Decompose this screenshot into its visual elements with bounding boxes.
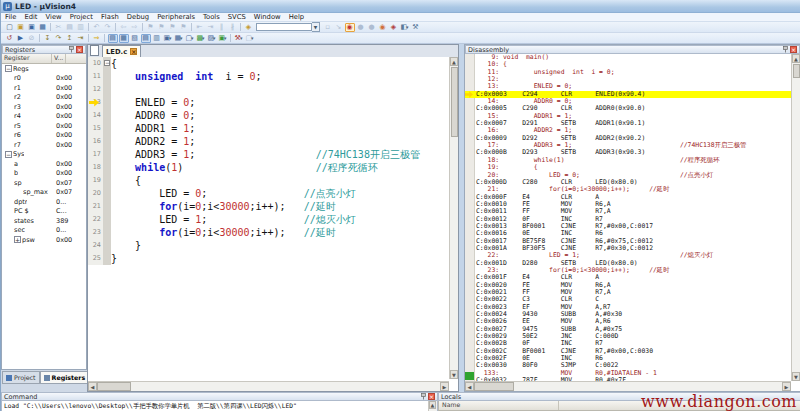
registers-window-button[interactable]: ▤: [141, 34, 151, 43]
tree-expander-icon[interactable]: +: [14, 236, 21, 243]
register-row-pc-[interactable]: PC $C...: [2, 207, 86, 217]
register-row-r3[interactable]: r30x00: [2, 102, 86, 112]
watch-window-button[interactable]: ▣▾: [163, 34, 173, 43]
register-row-states[interactable]: states389: [2, 216, 86, 226]
editor-margin[interactable]: [103, 239, 111, 252]
code-text[interactable]: ENLED = 0;: [111, 96, 195, 109]
pin-icon[interactable]: [421, 393, 426, 400]
find-dropdown-icon[interactable]: ▼: [312, 22, 320, 32]
editor-margin[interactable]: [103, 174, 111, 187]
show-next-statement-button[interactable]: ⇒: [92, 34, 102, 43]
menu-window[interactable]: Window: [250, 13, 285, 21]
code-text[interactable]: unsigned int i = 0;: [111, 70, 262, 83]
save-button[interactable]: ▣: [27, 23, 37, 32]
scroll-up-arrow[interactable]: ▲: [450, 57, 458, 66]
register-row-regs[interactable]: −Regs: [2, 64, 86, 74]
code-text[interactable]: LED = 0; //点亮小灯: [111, 187, 356, 200]
find-in-files-button[interactable]: ▫: [323, 23, 333, 32]
system-viewer-button[interactable]: ▣▾: [218, 34, 228, 43]
menu-help[interactable]: Help: [285, 13, 309, 21]
register-row-sp[interactable]: sp0x07: [2, 178, 86, 188]
tab-close-icon[interactable]: ×: [130, 48, 137, 55]
tree-expander-icon[interactable]: −: [5, 151, 12, 158]
tab-project[interactable]: Project: [2, 371, 40, 384]
menu-debug[interactable]: Debug: [123, 13, 153, 21]
scroll-up-arrow[interactable]: ▲: [429, 401, 436, 409]
code-text[interactable]: ADDR2 = 1;: [111, 135, 195, 148]
toolbox-button[interactable]: ⚒▾: [234, 34, 244, 43]
command-output[interactable]: Load "C:\\Users\\lenovo\\Desktop\\手把手教你学…: [1, 401, 438, 411]
run-button[interactable]: ▶: [16, 34, 26, 43]
tab-registers[interactable]: Registers: [40, 371, 90, 384]
editor-margin[interactable]: [103, 122, 111, 135]
code-text[interactable]: ADDR3 = 1; //74HC138开启三极管: [111, 148, 420, 161]
scrollbar-thumb[interactable]: [451, 67, 458, 137]
register-row-r5[interactable]: r50x00: [2, 121, 86, 131]
menu-file[interactable]: File: [1, 13, 20, 21]
scrollbar-thumb[interactable]: [474, 382, 514, 391]
close-icon[interactable]: ×: [790, 46, 797, 53]
nav-forward-button[interactable]: ⇨: [130, 23, 140, 32]
code-text[interactable]: ADDR1 = 1;: [111, 122, 195, 135]
scrollbar-thumb[interactable]: [793, 64, 800, 78]
menu-edit[interactable]: Edit: [20, 13, 41, 21]
bookmark-clear-button[interactable]: ⚑: [179, 23, 189, 32]
disassembly-view[interactable]: 9: void main() 10: { 11: unsigned int i …: [465, 54, 791, 381]
reset-button[interactable]: ↺: [5, 34, 15, 43]
register-row-sys[interactable]: −Sys: [2, 150, 86, 160]
scroll-left-arrow[interactable]: ◀: [465, 382, 474, 391]
register-row-dptr[interactable]: dptr0...: [2, 197, 86, 207]
dropdown-caret-icon[interactable]: ▾: [213, 35, 216, 41]
code-editor[interactable]: 10−{11 unsigned int i = 0;1213 ENLED = 0…: [88, 57, 449, 379]
kill-breakpoints-button[interactable]: ●: [367, 23, 377, 32]
dropdown-caret-icon[interactable]: ▾: [251, 35, 254, 41]
register-row-r0[interactable]: r00x00: [2, 74, 86, 84]
menu-flash[interactable]: Flash: [97, 13, 123, 21]
dropdown-caret-icon[interactable]: ▾: [191, 35, 194, 41]
find-input[interactable]: [256, 23, 312, 31]
incremental-find-button[interactable]: ↘: [334, 23, 344, 32]
save-all-button[interactable]: ▦: [38, 23, 48, 32]
menu-view[interactable]: View: [42, 13, 66, 21]
code-text[interactable]: while(1) //程序死循环: [111, 161, 378, 174]
load-application-button[interactable]: ◈: [244, 23, 254, 32]
dropdown-caret-icon[interactable]: ▾: [224, 35, 227, 41]
register-row-b[interactable]: b0x00: [2, 169, 86, 179]
register-row-r2[interactable]: r20x00: [2, 93, 86, 103]
editor-horizontal-scrollbar[interactable]: ◀ ▶: [88, 381, 449, 391]
dropdown-caret-icon[interactable]: ▾: [406, 24, 409, 30]
redo-button[interactable]: ↷: [103, 23, 113, 32]
disassembly-window-button[interactable]: ▦: [119, 34, 129, 43]
code-text[interactable]: {: [111, 174, 141, 187]
fold-collapse-icon[interactable]: −: [104, 60, 110, 66]
file-tab-ledc[interactable]: LED.c ×: [102, 45, 141, 57]
editor-margin[interactable]: [103, 83, 111, 96]
register-row-sp-max[interactable]: sp_max0x07: [2, 188, 86, 198]
memory-window-button[interactable]: ▦▾: [174, 34, 184, 43]
scrollbar-thumb[interactable]: [97, 382, 131, 391]
menu-tools[interactable]: Tools: [199, 13, 224, 21]
editor-margin[interactable]: [103, 213, 111, 226]
editor-margin[interactable]: [103, 148, 111, 161]
code-text[interactable]: for(i=0;i<30000;i++); //延时: [111, 226, 336, 239]
menu-peripherals[interactable]: Peripherals: [153, 13, 199, 21]
close-icon[interactable]: ×: [428, 393, 435, 400]
indent-button[interactable]: ⇥: [206, 23, 216, 32]
uncomment-button[interactable]: ∦: [228, 23, 238, 32]
close-icon[interactable]: ×: [76, 46, 83, 53]
target-options-button[interactable]: ◈: [389, 23, 399, 32]
tree-expander-icon[interactable]: −: [5, 65, 12, 72]
bookmark-next-button[interactable]: ⚑: [168, 23, 178, 32]
pin-icon[interactable]: [69, 46, 74, 53]
code-text[interactable]: {: [111, 57, 117, 70]
configure-button[interactable]: ⚒: [411, 23, 421, 32]
register-row-psw[interactable]: +psw0x00: [2, 235, 86, 245]
editor-margin[interactable]: [103, 252, 111, 265]
editor-margin[interactable]: [103, 187, 111, 200]
run-to-cursor-button[interactable]: ⇥: [76, 34, 86, 43]
bookmark-toggle-button[interactable]: ⚑: [146, 23, 156, 32]
disassembly-vertical-scrollbar[interactable]: ▲ ▼: [791, 54, 800, 381]
unindent-button[interactable]: ⇤: [195, 23, 205, 32]
scroll-left-arrow[interactable]: ◀: [88, 382, 97, 391]
enable-breakpoint-button[interactable]: ◉: [378, 23, 388, 32]
